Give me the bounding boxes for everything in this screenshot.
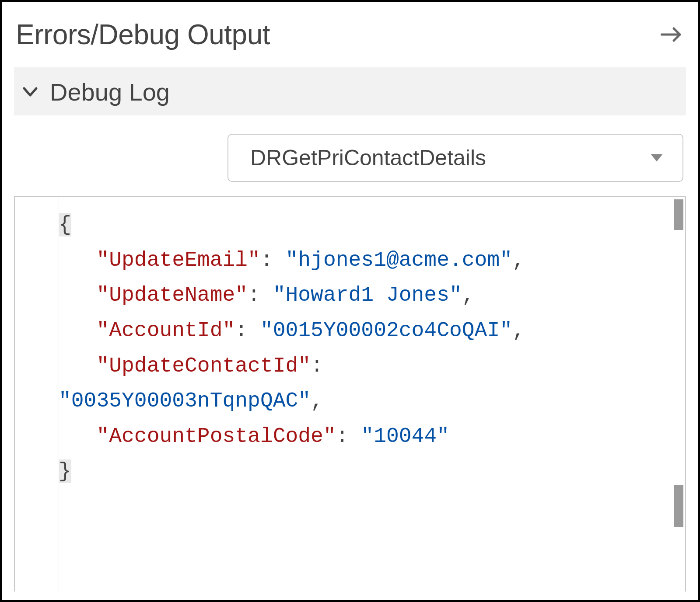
code-output-wrap: { "UpdateEmail": "hjones1@acme.com", "Up… [14,196,686,592]
svg-marker-1 [651,154,662,162]
select-value: DRGetPriContactDetails [250,145,486,171]
collapse-arrow-icon[interactable] [658,21,684,48]
chevron-down-icon [20,82,40,102]
panel-title: Errors/Debug Output [16,18,270,51]
section-title: Debug Log [50,78,170,106]
close-brace: } [59,459,71,483]
open-brace: { [59,213,71,237]
caret-down-icon [648,150,665,166]
panel-root: Errors/Debug Output Debug Log DRGetPriCo… [0,0,700,602]
select-row: DRGetPriContactDetails [14,115,686,196]
debug-log-section-header[interactable]: Debug Log [14,67,686,115]
dataraptor-select[interactable]: DRGetPriContactDetails [228,134,683,182]
scrollbar-thumb[interactable] [674,485,683,527]
json-output-viewer[interactable]: { "UpdateEmail": "hjones1@acme.com", "Up… [14,196,686,592]
json-code: { "UpdateEmail": "hjones1@acme.com", "Up… [59,207,681,489]
panel-header: Errors/Debug Output [14,2,686,67]
scrollbar-thumb[interactable] [674,199,683,230]
gutter-line [59,197,59,592]
